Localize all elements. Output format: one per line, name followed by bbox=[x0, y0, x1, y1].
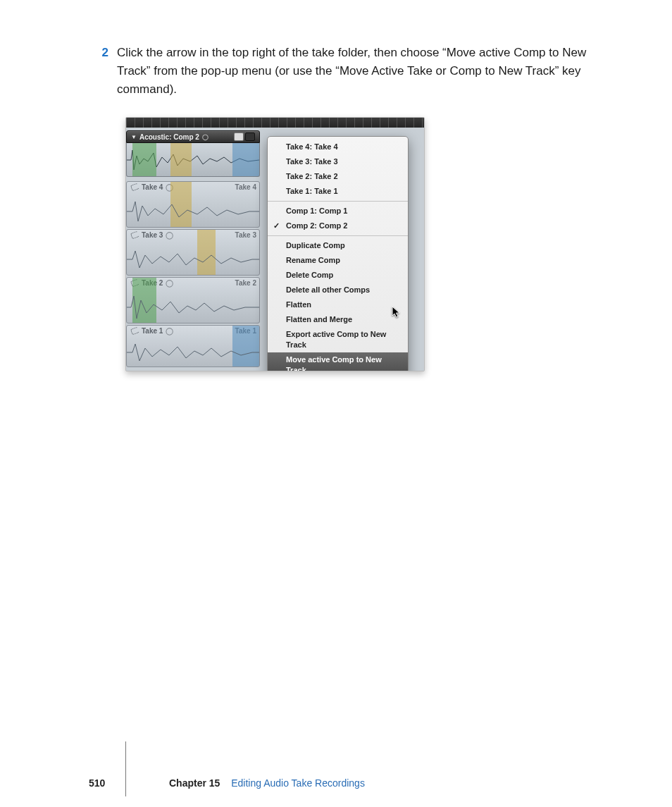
menu-item[interactable]: Duplicate Comp bbox=[268, 238, 408, 253]
comp-segment bbox=[132, 143, 156, 176]
take-region[interactable]: Take 2◯ Take 2 bbox=[126, 277, 260, 324]
footer-rule bbox=[125, 741, 126, 796]
menu-item[interactable]: Rename Comp bbox=[268, 253, 408, 268]
screenshot-figure: ▼ Acoustic: Comp 2 ◯ Take 4◯ Take 4 bbox=[125, 117, 425, 371]
menu-item[interactable]: Export active Comp to New Track bbox=[268, 327, 408, 352]
waveform-icon bbox=[127, 182, 260, 228]
take-folder-popup-menu: Take 4: Take 4 Take 3: Take 3 Take 2: Ta… bbox=[267, 136, 409, 371]
take-region[interactable]: Take 1◯ Take 1 bbox=[126, 325, 260, 367]
popup-arrow-icon[interactable] bbox=[245, 133, 255, 141]
waveform-icon bbox=[127, 230, 260, 276]
comp-region[interactable] bbox=[126, 143, 260, 177]
chapter-label: Chapter 15 bbox=[169, 777, 220, 789]
track-area: ▼ Acoustic: Comp 2 ◯ Take 4◯ Take 4 bbox=[126, 128, 424, 371]
menu-item-highlighted[interactable]: Move active Comp to New Track bbox=[268, 352, 408, 371]
menu-item[interactable]: Take 1: Take 1 bbox=[268, 184, 408, 199]
menu-item[interactable]: Take 3: Take 3 bbox=[268, 154, 408, 169]
instruction-step: 2 Click the arrow in the top right of th… bbox=[99, 44, 616, 99]
checkmark-icon: ✓ bbox=[273, 221, 280, 231]
comp-title: Acoustic: Comp 2 bbox=[139, 133, 199, 141]
comp-segment bbox=[170, 143, 192, 176]
menu-item[interactable]: Take 4: Take 4 bbox=[268, 140, 408, 154]
chapter-reference: Chapter 15 Editing Audio Take Recordings bbox=[169, 777, 365, 789]
step-number: 2 bbox=[99, 44, 108, 62]
menu-item[interactable]: Delete Comp bbox=[268, 268, 408, 283]
menu-separator bbox=[268, 201, 408, 202]
disclosure-triangle-icon[interactable]: ▼ bbox=[131, 134, 137, 140]
loop-icon: ◯ bbox=[202, 134, 209, 140]
timeline-ruler bbox=[126, 118, 424, 128]
waveform-icon bbox=[127, 326, 260, 367]
waveform-icon bbox=[127, 278, 260, 324]
menu-item[interactable]: Flatten bbox=[268, 297, 408, 312]
page-number: 510 bbox=[89, 777, 105, 789]
comp-header-tools[interactable] bbox=[234, 133, 255, 141]
menu-separator bbox=[268, 235, 408, 236]
comp-segment bbox=[232, 143, 260, 176]
take-region[interactable]: Take 3◯ Take 3 bbox=[126, 229, 260, 276]
chapter-title: Editing Audio Take Recordings bbox=[231, 777, 365, 789]
step-text: Click the arrow in the top right of the … bbox=[117, 44, 616, 99]
menu-item-checked[interactable]: ✓Comp 2: Comp 2 bbox=[268, 218, 408, 233]
menu-item[interactable]: Comp 1: Comp 1 bbox=[268, 204, 408, 218]
menu-item[interactable]: Delete all other Comps bbox=[268, 283, 408, 297]
menu-item[interactable]: Take 2: Take 2 bbox=[268, 169, 408, 184]
tool-icon[interactable] bbox=[234, 133, 244, 141]
comp-folder-header[interactable]: ▼ Acoustic: Comp 2 ◯ bbox=[126, 130, 260, 143]
menu-item[interactable]: Flatten and Merge bbox=[268, 312, 408, 327]
take-region[interactable]: Take 4◯ Take 4 bbox=[126, 181, 260, 228]
